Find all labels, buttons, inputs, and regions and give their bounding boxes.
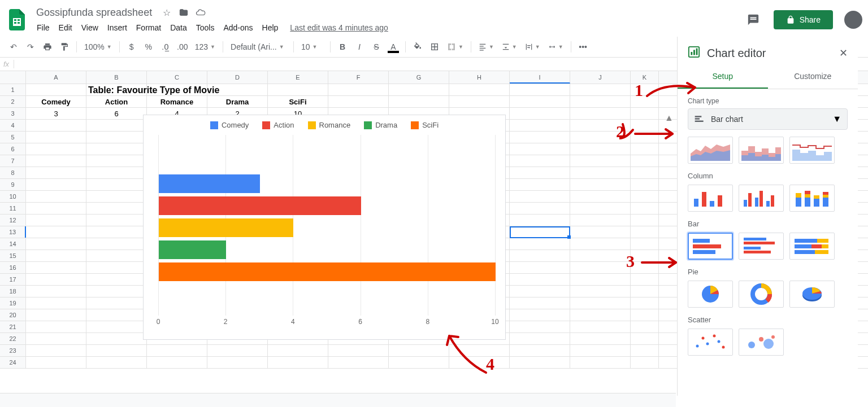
row-header[interactable]: 11 — [0, 203, 26, 214]
cell[interactable] — [26, 191, 86, 202]
menu-format[interactable]: Format — [132, 21, 165, 34]
cell[interactable] — [268, 345, 328, 356]
col-header[interactable]: K — [631, 71, 659, 84]
cell[interactable] — [86, 155, 147, 167]
row-header[interactable]: 8 — [0, 167, 26, 178]
chart-thumb-bar-3[interactable] — [789, 233, 835, 260]
cell[interactable] — [631, 309, 659, 321]
cell[interactable] — [510, 309, 570, 321]
cell[interactable] — [570, 345, 631, 356]
cell[interactable] — [510, 333, 570, 344]
row-header[interactable]: 9 — [0, 179, 26, 190]
cell[interactable] — [389, 345, 449, 356]
cell[interactable] — [328, 84, 389, 95]
cell[interactable] — [207, 84, 268, 95]
merge-dropdown[interactable]: ▼ — [444, 40, 467, 54]
document-title[interactable]: Gossipfunda spreadsheet — [33, 6, 155, 20]
cell[interactable] — [510, 167, 570, 178]
cell[interactable]: Table: Favourite Type of Movie — [86, 84, 147, 95]
text-color-icon[interactable]: A — [385, 40, 401, 54]
cell[interactable] — [631, 132, 659, 143]
cell[interactable] — [86, 333, 147, 344]
cell[interactable] — [26, 155, 86, 167]
col-header[interactable]: I — [510, 71, 570, 84]
row-header[interactable]: 18 — [0, 286, 26, 297]
cell[interactable] — [26, 167, 86, 178]
row-header[interactable]: 21 — [0, 321, 26, 332]
cell[interactable] — [86, 203, 147, 214]
row-header[interactable]: 17 — [0, 274, 26, 285]
cell[interactable] — [268, 357, 328, 368]
row-header[interactable]: 12 — [0, 215, 26, 226]
cell[interactable]: Romance — [147, 96, 207, 107]
sheet-tabs-bar[interactable] — [0, 393, 676, 407]
cell[interactable] — [389, 84, 449, 95]
chart-thumb-column-3[interactable] — [789, 185, 835, 212]
menu-file[interactable]: File — [33, 21, 54, 34]
chart-thumb-area-3[interactable] — [789, 137, 835, 164]
cell[interactable] — [570, 274, 631, 285]
cell[interactable] — [86, 309, 147, 321]
cell[interactable] — [631, 226, 659, 238]
cell[interactable] — [510, 297, 570, 309]
cell[interactable] — [207, 357, 268, 368]
cell[interactable] — [328, 345, 389, 356]
row-header[interactable]: 4 — [0, 120, 26, 131]
cell[interactable] — [510, 84, 570, 95]
cell[interactable] — [389, 96, 449, 107]
cell[interactable] — [570, 203, 631, 214]
chart-thumb-pie-1[interactable] — [688, 281, 733, 308]
paint-format-icon[interactable] — [57, 40, 72, 54]
row-header[interactable]: 15 — [0, 250, 26, 261]
menu-insert[interactable]: Insert — [103, 21, 131, 34]
chart-thumb-area-1[interactable] — [688, 137, 733, 164]
star-icon[interactable]: ☆ — [161, 7, 172, 18]
account-avatar[interactable] — [844, 11, 862, 29]
cell[interactable] — [26, 321, 86, 332]
row-header[interactable]: 5 — [0, 132, 26, 143]
cell[interactable] — [26, 143, 86, 155]
more-icon[interactable]: ••• — [575, 40, 591, 54]
cell[interactable] — [510, 321, 570, 332]
cell[interactable] — [570, 262, 631, 273]
cell[interactable] — [86, 274, 147, 285]
cell[interactable] — [631, 274, 659, 285]
chart-thumb-scatter-2[interactable] — [739, 329, 784, 356]
cell[interactable] — [510, 345, 570, 356]
cell[interactable] — [26, 238, 86, 250]
col-header[interactable]: G — [389, 71, 449, 84]
cell[interactable] — [147, 357, 207, 368]
cell[interactable] — [570, 357, 631, 368]
row-header[interactable]: 3 — [0, 108, 26, 119]
cell[interactable] — [449, 96, 510, 107]
cell[interactable] — [631, 250, 659, 261]
tab-setup[interactable]: Setup — [678, 65, 768, 89]
chart-thumb-scatter-1[interactable] — [688, 329, 733, 356]
sheets-logo-icon[interactable] — [6, 5, 28, 34]
cell[interactable] — [86, 179, 147, 190]
cell[interactable] — [570, 191, 631, 202]
cell[interactable] — [207, 345, 268, 356]
cell[interactable]: 3 — [26, 108, 86, 119]
row-header[interactable]: 1 — [0, 84, 26, 95]
cell[interactable] — [510, 179, 570, 190]
cell[interactable] — [510, 96, 570, 107]
cell[interactable]: Comedy — [26, 96, 86, 107]
cell[interactable] — [631, 167, 659, 178]
cell[interactable] — [86, 357, 147, 368]
fill-color-icon[interactable] — [410, 40, 426, 54]
cell[interactable] — [26, 226, 86, 238]
cell[interactable] — [570, 179, 631, 190]
borders-icon[interactable] — [427, 40, 442, 54]
zoom-dropdown[interactable]: 100%▼ — [81, 40, 115, 54]
cell[interactable] — [449, 345, 510, 356]
chart-thumb-pie-2[interactable] — [739, 281, 784, 308]
cell[interactable] — [86, 143, 147, 155]
cell[interactable] — [570, 167, 631, 178]
cell[interactable] — [26, 286, 86, 297]
row-header[interactable]: 19 — [0, 297, 26, 309]
cell[interactable] — [570, 250, 631, 261]
cell[interactable] — [631, 286, 659, 297]
cell[interactable] — [26, 215, 86, 226]
cell[interactable] — [631, 238, 659, 250]
